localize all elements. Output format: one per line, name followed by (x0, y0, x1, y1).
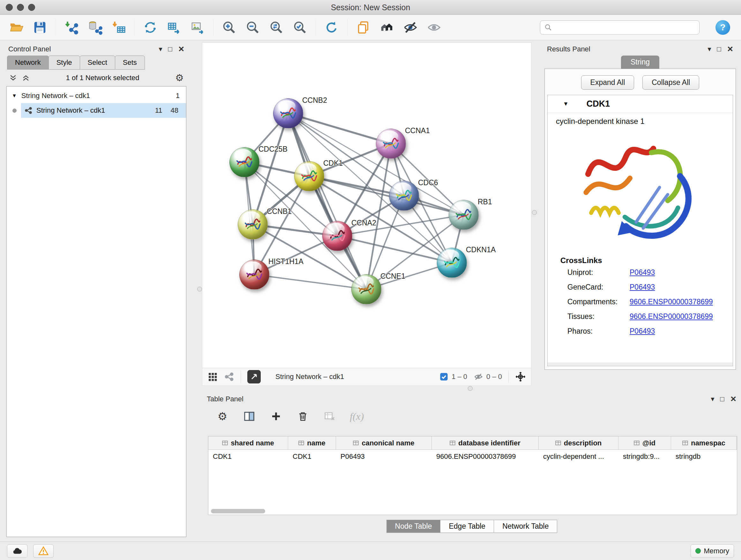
table-cell[interactable]: cyclin-dependent ... (539, 450, 618, 463)
expand-all-button[interactable]: Expand All (581, 75, 634, 90)
crosslink-value-link[interactable]: P06493 (630, 283, 655, 292)
hidden-eye-slash-icon[interactable] (474, 372, 483, 381)
delete-table-button-disabled[interactable] (323, 410, 336, 423)
column-header-name[interactable]: name (288, 436, 336, 449)
tab-edge-table[interactable]: Edge Table (440, 520, 494, 533)
create-column-button[interactable] (269, 410, 283, 423)
home-button[interactable] (379, 19, 395, 36)
search-input[interactable] (556, 23, 695, 32)
network-node-ccna1[interactable] (376, 129, 406, 159)
network-row-selected[interactable]: String Network – cdk1 11 48 (7, 103, 186, 118)
table-cell[interactable]: P06493 (336, 450, 432, 463)
tab-sets[interactable]: Sets (115, 56, 145, 70)
show-columns-button[interactable] (243, 410, 256, 423)
refresh-network-view-button[interactable] (324, 19, 340, 36)
close-panel-icon[interactable]: ✕ (178, 45, 185, 53)
collapse-section-triangle-icon[interactable]: ▼ (563, 101, 569, 107)
hide-selected-button[interactable] (402, 19, 418, 36)
collapse-panel-icon[interactable]: ▾ (708, 46, 711, 53)
float-panel-icon[interactable]: □ (168, 46, 172, 53)
network-node-cdc6[interactable] (389, 181, 419, 211)
network-row-highlight[interactable]: String Network – cdk1 11 48 (21, 103, 186, 118)
expand-all-icon[interactable] (9, 74, 17, 82)
help-button[interactable]: ? (716, 20, 730, 35)
zoom-out-button[interactable] (245, 19, 261, 36)
network-collection-row[interactable]: ▼ String Network – cdk1 1 (7, 88, 186, 103)
collapse-panel-icon[interactable]: ▾ (159, 46, 162, 53)
crosslink-value-link[interactable]: 9606.ENSP00000378699 (630, 312, 713, 321)
show-all-button[interactable] (426, 19, 442, 36)
import-table-from-file-button[interactable] (111, 19, 127, 36)
tab-style[interactable]: Style (49, 56, 80, 70)
close-panel-icon[interactable]: ✕ (730, 395, 737, 403)
export-network-button[interactable] (166, 19, 182, 36)
network-node-cdkn1a[interactable] (437, 248, 467, 278)
splitter-handle[interactable] (197, 287, 202, 292)
function-builder-button[interactable]: f(x) (350, 411, 364, 422)
zoom-fit-button[interactable] (268, 19, 284, 36)
warnings-button[interactable] (33, 544, 54, 558)
zoom-in-button[interactable] (221, 19, 237, 36)
tab-network-table[interactable]: Network Table (494, 520, 557, 533)
network-share-icon[interactable] (224, 372, 234, 382)
tab-network[interactable]: Network (7, 56, 49, 70)
network-node-ccnb2[interactable] (273, 98, 303, 128)
card-scrollbar-track[interactable] (548, 363, 733, 366)
tab-select[interactable]: Select (80, 56, 115, 70)
network-node-cdc25b[interactable] (229, 147, 259, 177)
network-edge[interactable] (254, 274, 366, 289)
table-cell[interactable]: CDK1 (288, 450, 336, 463)
tree-expand-triangle-icon[interactable]: ▼ (12, 93, 17, 99)
horizontal-scrollbar[interactable] (211, 509, 734, 513)
column-header-shared-name[interactable]: shared name (208, 436, 288, 449)
crosslink-value-link[interactable]: P06493 (630, 268, 655, 277)
network-edge[interactable] (288, 113, 391, 144)
memory-button[interactable]: Memory (690, 544, 734, 558)
float-panel-icon[interactable]: □ (717, 46, 721, 53)
birdseye-view-button[interactable] (247, 370, 261, 383)
zoom-selected-button[interactable] (292, 19, 308, 36)
column-header-namespac[interactable]: namespac (671, 436, 737, 449)
network-options-gear-icon[interactable]: ⚙ (175, 73, 184, 83)
collapse-all-icon[interactable] (22, 74, 30, 82)
crosshair-move-icon[interactable] (515, 371, 526, 382)
search-box[interactable] (540, 20, 699, 35)
column-header-description[interactable]: description (539, 436, 618, 449)
grid-view-icon[interactable] (207, 372, 218, 382)
table-cell[interactable]: stringdb:9... (618, 450, 671, 463)
network-node-ccne1[interactable] (351, 274, 381, 304)
copy-button[interactable] (355, 19, 371, 36)
splitter-handle[interactable] (532, 210, 537, 215)
tab-node-table[interactable]: Node Table (387, 520, 441, 533)
crosslink-value-link[interactable]: 9606.ENSP00000378699 (630, 298, 713, 306)
table-cell[interactable]: CDK1 (208, 450, 288, 463)
collapse-panel-icon[interactable]: ▾ (711, 395, 715, 402)
table-settings-button[interactable]: ⚙ (216, 410, 229, 423)
table-cell[interactable]: stringdb (671, 450, 729, 463)
selected-checkbox-icon[interactable] (440, 372, 448, 381)
network-node-ccnb1[interactable] (238, 209, 268, 240)
table-row[interactable]: CDK1CDK1P064939606.ENSP00000378699cyclin… (208, 450, 737, 463)
open-session-button[interactable] (8, 19, 24, 36)
export-image-button[interactable] (190, 19, 205, 36)
collapse-all-button[interactable]: Collapse All (643, 75, 699, 90)
network-node-hist1h1a[interactable] (239, 260, 269, 290)
cloud-button[interactable] (7, 544, 27, 558)
delete-columns-button[interactable] (296, 410, 310, 423)
table-cell[interactable]: 9606.ENSP00000378699 (432, 450, 539, 463)
protein-card-header[interactable]: ▼ CDK1 (548, 95, 733, 113)
import-network-from-database-button[interactable] (87, 19, 103, 36)
network-canvas[interactable]: CCNB2 CCNA1 CDC25B CDK1 CDC6 RB1 (202, 43, 531, 368)
close-panel-icon[interactable]: ✕ (727, 45, 733, 53)
scrollbar-thumb[interactable] (211, 509, 265, 513)
network-node-cdk1[interactable] (294, 161, 324, 191)
network-node-rb1[interactable] (449, 200, 479, 230)
merge-networks-button[interactable] (142, 19, 158, 36)
import-network-from-file-button[interactable] (64, 19, 79, 36)
network-edge[interactable] (309, 176, 464, 215)
tab-string[interactable]: String (621, 56, 659, 69)
network-node-ccna2[interactable] (322, 221, 352, 251)
save-session-button[interactable] (32, 19, 48, 36)
crosslink-value-link[interactable]: P06493 (630, 327, 655, 335)
column-header--id[interactable]: @id (618, 436, 671, 449)
